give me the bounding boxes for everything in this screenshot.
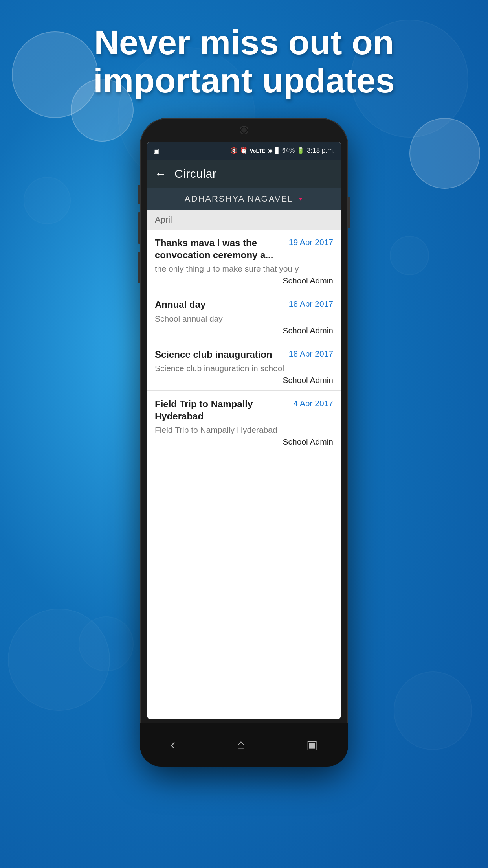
student-name: ADHARSHYA NAGAVEL — [185, 194, 293, 204]
home-nav-icon[interactable]: ⌂ — [237, 736, 245, 753]
battery-percent: 64% — [282, 147, 295, 154]
circular-date: 19 Apr 2017 — [289, 237, 333, 247]
camera-button — [138, 252, 140, 283]
list-item[interactable]: Annual day 18 Apr 2017 School annual day… — [147, 291, 341, 341]
dropdown-arrow-icon: ▼ — [298, 196, 303, 202]
app-bar: ← Circular — [147, 160, 341, 188]
back-nav-icon[interactable]: ‹ — [171, 736, 176, 753]
item-header: Science club inauguration 18 Apr 2017 — [155, 348, 333, 360]
recents-nav-icon[interactable]: ▣ — [306, 738, 317, 752]
back-button[interactable]: ← — [155, 167, 167, 180]
circular-title: Science club inauguration — [155, 348, 285, 360]
app-bar-title: Circular — [174, 167, 216, 180]
phone-device: ▣ 🔇 ⏰ VoLTE ◉ ▊ 64% 🔋 3:18 p.m. ← Circul… — [140, 118, 348, 767]
volume-down-button — [138, 212, 140, 244]
front-camera — [240, 127, 248, 134]
power-button — [348, 197, 350, 228]
mute-icon: 🔇 — [230, 147, 238, 154]
status-left: ▣ — [153, 147, 159, 154]
list-item[interactable]: Science club inauguration 18 Apr 2017 Sc… — [147, 341, 341, 391]
list-item[interactable]: Field Trip to Nampally Hyderabad 4 Apr 2… — [147, 391, 341, 452]
circular-title: Annual day — [155, 298, 285, 311]
circular-title: Thanks mava I was the convocation ceremo… — [155, 237, 285, 261]
circular-title: Field Trip to Nampally Hyderabad — [155, 398, 289, 422]
student-selector[interactable]: ADHARSHYA NAGAVEL ▼ — [147, 188, 341, 210]
circular-preview: Science club inauguration in school — [155, 364, 333, 373]
signal-icon: ▊ — [275, 147, 280, 154]
item-header: Annual day 18 Apr 2017 — [155, 298, 333, 311]
status-bar: ▣ 🔇 ⏰ VoLTE ◉ ▊ 64% 🔋 3:18 p.m. — [147, 142, 341, 160]
circular-author: School Admin — [155, 326, 333, 335]
circular-author: School Admin — [155, 375, 333, 385]
phone-screen: ▣ 🔇 ⏰ VoLTE ◉ ▊ 64% 🔋 3:18 p.m. ← Circul… — [147, 142, 341, 719]
volume-up-button — [138, 185, 140, 204]
circular-author: School Admin — [155, 437, 333, 447]
headline: Never miss out on important updates — [0, 24, 488, 100]
clock: 3:18 p.m. — [307, 147, 335, 154]
android-nav-bar: ‹ ⌂ ▣ — [140, 723, 348, 767]
circular-date: 4 Apr 2017 — [293, 398, 333, 408]
headline-line2: important updates — [93, 61, 395, 100]
phone-body: ▣ 🔇 ⏰ VoLTE ◉ ▊ 64% 🔋 3:18 p.m. ← Circul… — [140, 118, 348, 767]
item-header: Thanks mava I was the convocation ceremo… — [155, 237, 333, 261]
circular-preview: School annual day — [155, 314, 333, 324]
list-item[interactable]: Thanks mava I was the convocation ceremo… — [147, 230, 341, 291]
section-header-april: April — [147, 210, 341, 230]
circular-author: School Admin — [155, 276, 333, 285]
volte-icon: VoLTE — [250, 148, 265, 154]
circular-preview: Field Trip to Nampally Hyderabad — [155, 425, 333, 435]
battery-icon: 🔋 — [297, 147, 305, 154]
alarm-icon: ⏰ — [240, 147, 248, 154]
item-header: Field Trip to Nampally Hyderabad 4 Apr 2… — [155, 398, 333, 422]
circular-date: 18 Apr 2017 — [289, 348, 333, 359]
headline-line1: Never miss out on — [94, 23, 394, 62]
wifi-icon: ◉ — [268, 147, 273, 154]
circular-date: 18 Apr 2017 — [289, 298, 333, 309]
notification-icon: ▣ — [153, 147, 159, 154]
month-label: April — [155, 215, 172, 224]
status-right: 🔇 ⏰ VoLTE ◉ ▊ 64% 🔋 3:18 p.m. — [230, 147, 335, 154]
circular-preview: the only thing u to make sure that you y — [155, 264, 333, 274]
